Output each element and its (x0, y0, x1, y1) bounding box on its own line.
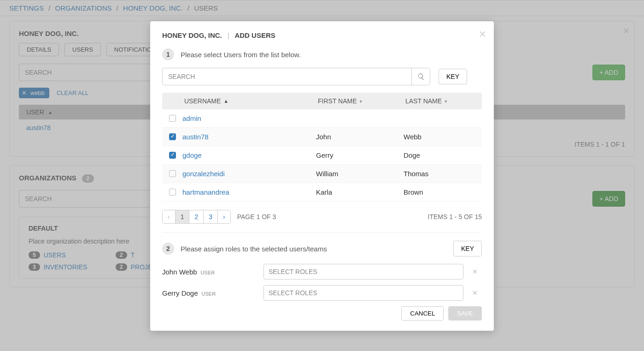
last-name-cell: Doge (404, 151, 482, 159)
row-checkbox[interactable] (169, 152, 176, 159)
table-row: gonzalezheidiWilliamThomas (162, 165, 482, 183)
items-text: ITEMS 1 - 5 OF 15 (428, 213, 482, 220)
pager-next[interactable]: › (218, 210, 230, 223)
sort-asc-icon: ▲ (223, 99, 228, 104)
close-icon[interactable]: ✕ (479, 29, 486, 40)
user-table-head: USERNAME ▲ FIRST NAME ♦ LAST NAME ♦ (162, 93, 482, 109)
step-2-text: Please assign roles to the selected user… (181, 245, 327, 253)
pager-page-2[interactable]: 2 (189, 210, 204, 223)
cancel-button[interactable]: CANCEL (401, 306, 444, 321)
step-1-text: Please select Users from the list below. (181, 51, 301, 59)
last-name-cell: Thomas (404, 170, 482, 178)
sort-icon: ♦ (445, 99, 447, 104)
user-tag: USER (202, 291, 216, 297)
username-link[interactable]: hartmanandrea (182, 188, 229, 196)
selected-user-row: Gerry DogeUSERSELECT ROLES✕ (162, 285, 482, 301)
col-lastname[interactable]: LAST NAME ♦ (404, 97, 482, 105)
modal-search-input[interactable] (163, 68, 411, 85)
first-name-cell: Karla (316, 188, 404, 196)
sort-icon: ♦ (360, 99, 363, 104)
remove-icon[interactable]: ✕ (468, 289, 482, 297)
username-link[interactable]: austin78 (182, 133, 209, 141)
role-select[interactable]: SELECT ROLES (263, 285, 463, 301)
save-button[interactable]: SAVE (448, 306, 482, 321)
search-icon (417, 73, 425, 80)
modal-footer: CANCEL SAVE (162, 306, 482, 321)
role-select[interactable]: SELECT ROLES (263, 264, 463, 280)
key-button[interactable]: KEY (439, 69, 467, 84)
row-checkbox[interactable] (169, 189, 176, 196)
pager-page-1[interactable]: 1 (176, 210, 190, 223)
user-tag: USER (201, 270, 215, 275)
selected-user-name: Gerry DogeUSER (162, 289, 259, 297)
first-name-cell: Gerry (316, 151, 404, 159)
col-username[interactable]: USERNAME ▲ (182, 97, 316, 105)
username-link[interactable]: gdoge (182, 151, 202, 159)
modal-title: HONEY DOG, INC. | ADD USERS (162, 31, 482, 39)
table-row: admin (162, 109, 482, 128)
col-firstname[interactable]: FIRST NAME ♦ (316, 97, 404, 105)
key-button-2[interactable]: KEY (453, 241, 482, 256)
step-1: 1 Please select Users from the list belo… (162, 48, 482, 60)
modal-overlay: ✕ HONEY DOG, INC. | ADD USERS 1 Please s… (0, 0, 644, 351)
first-name-cell: John (316, 133, 404, 141)
table-row: austin78JohnWebb (162, 128, 482, 146)
add-users-modal: ✕ HONEY DOG, INC. | ADD USERS 1 Please s… (150, 21, 494, 331)
table-row: hartmanandreaKarlaBrown (162, 183, 482, 202)
step-1-badge: 1 (162, 48, 174, 60)
last-name-cell: Brown (404, 188, 482, 196)
selected-user-name: John WebbUSER (162, 268, 259, 276)
modal-search-button[interactable] (411, 68, 430, 85)
user-table: USERNAME ▲ FIRST NAME ♦ LAST NAME ♦ admi… (162, 93, 482, 202)
table-row: gdogeGerryDoge (162, 146, 482, 165)
last-name-cell: Webb (404, 133, 482, 141)
remove-icon[interactable]: ✕ (468, 268, 482, 275)
username-link[interactable]: admin (182, 114, 201, 122)
pager-row: ‹ 1 2 3 › PAGE 1 OF 3 ITEMS 1 - 5 OF 15 (162, 210, 482, 224)
row-checkbox[interactable] (169, 115, 176, 122)
page-text: PAGE 1 OF 3 (237, 213, 276, 220)
first-name-cell: William (316, 170, 404, 178)
modal-search-wrap (162, 68, 430, 85)
selected-user-row: John WebbUSERSELECT ROLES✕ (162, 264, 482, 280)
row-checkbox[interactable] (169, 170, 176, 177)
username-link[interactable]: gonzalezheidi (182, 170, 225, 178)
pager-page-3[interactable]: 3 (204, 210, 218, 223)
pager: ‹ 1 2 3 › (162, 210, 231, 224)
step-2-badge: 2 (162, 243, 174, 255)
pager-prev[interactable]: ‹ (163, 210, 176, 223)
row-checkbox[interactable] (169, 133, 176, 140)
